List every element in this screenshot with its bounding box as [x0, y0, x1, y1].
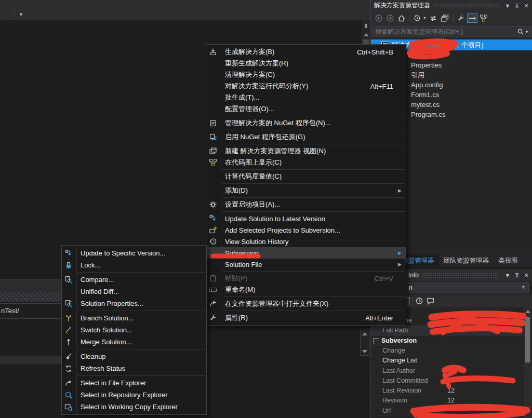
solution-explorer-titlebar[interactable]: 解决方案资源管理器 ▼ ⊼ ✕: [371, 0, 532, 11]
ide-menu-strip: [0, 0, 370, 10]
menu-item-label: 粘贴(P): [225, 274, 354, 283]
menu-item-r[interactable]: 属性(R)Alt+Enter: [206, 312, 406, 323]
menu-item-p[interactable]: 粘贴(P)Ctrl+V: [206, 273, 406, 284]
pin-icon[interactable]: ⊼: [513, 2, 521, 10]
grid-row-revision[interactable]: Revision12: [371, 396, 524, 406]
menu-item-solution-properties[interactable]: Solution Properties...: [62, 298, 206, 309]
menu-item-compare[interactable]: Compare...: [62, 274, 206, 286]
menu-item-update-solution-to-latest-version[interactable]: Update Solution to Latest Version: [206, 213, 406, 224]
nuget-icon: [209, 119, 217, 127]
search-box: ▼: [371, 25, 532, 37]
menu-item-add-selected-projects-to-subversion[interactable]: Add Selected Projects to Subversion...: [206, 224, 406, 236]
menu-item-n[interactable]: 新建 解决方案资源管理器 视图(N): [206, 145, 406, 157]
menu-item-t[interactable]: 批生成(T)...: [206, 92, 406, 103]
tab-item[interactable]: 类视图: [494, 254, 523, 267]
chevron-down-icon[interactable]: ▼: [503, 271, 512, 279]
pin-icon[interactable]: ⊼: [513, 271, 521, 279]
home-icon[interactable]: [396, 14, 407, 23]
scroll-up-icon: [362, 332, 367, 335]
grid-row-last-author[interactable]: Last Author: [371, 366, 524, 376]
menu-item-switch-solution[interactable]: Switch Solution...: [62, 324, 206, 336]
grid-row-full-path[interactable]: Full Path: [371, 326, 524, 335]
menu-item-shortcut: Alt+F11: [370, 83, 393, 90]
rename-icon: [209, 286, 217, 294]
menu-item-update-to-specific-version[interactable]: Update to Specific Version...: [62, 247, 206, 259]
collapse-icon[interactable]: −: [373, 338, 379, 344]
menu-item-subversion[interactable]: Subversion▶: [206, 247, 406, 259]
close-icon[interactable]: ✕: [522, 271, 530, 279]
splitter-grip-icon[interactable]: ⇕: [362, 22, 370, 31]
wc-explorer-icon: [64, 403, 73, 411]
comment-icon[interactable]: [426, 296, 435, 307]
menu-item-branch-solution[interactable]: Branch Solution...: [62, 312, 206, 324]
menu-item-nuget-g[interactable]: 启用 NuGet 程序包还原(G): [206, 131, 406, 143]
menu-item-label: Refresh Status: [81, 365, 194, 372]
tab-item[interactable]: 团队资源管理器: [439, 254, 494, 267]
menu-separator: [222, 130, 405, 130]
combo-value: n: [409, 284, 413, 291]
scroll-up-icon[interactable]: [364, 33, 369, 36]
grid-row-url[interactable]: Url: [371, 406, 524, 416]
compare-icon: [64, 276, 73, 284]
search-input[interactable]: [373, 28, 517, 35]
grid-row-change-list[interactable]: Change List: [371, 356, 524, 366]
menu-item-merge-solution[interactable]: Merge Solution...: [62, 336, 206, 348]
wrench-icon[interactable]: [456, 14, 466, 23]
menu-separator: [222, 197, 405, 198]
menu-item-select-in-working-copy-explorer[interactable]: Select in Working Copy Explorer: [62, 401, 206, 413]
menu-item-b[interactable]: 生成解决方案(B)Ctrl+Shift+B: [206, 46, 406, 58]
menu-item-m[interactable]: 重命名(M): [206, 284, 406, 295]
history-filter-icon[interactable]: [413, 14, 423, 23]
menu-item-cleanup[interactable]: Cleanup: [62, 350, 206, 362]
menu-item-c[interactable]: 在代码图上显示(C): [206, 157, 406, 168]
menu-item-o[interactable]: 配置管理器(O)...: [206, 103, 406, 115]
background-scrollbar: [360, 330, 369, 356]
history-icon[interactable]: [415, 296, 423, 307]
editor-navigation-bar[interactable]: ▼: [0, 10, 370, 20]
grid-row-change[interactable]: Change: [371, 346, 524, 356]
menu-item-label: 管理解决方案的 NuGet 程序包(N)...: [225, 118, 393, 128]
menu-item-a[interactable]: 设置启动项目(A)...: [206, 199, 406, 210]
sync-icon[interactable]: [428, 14, 438, 23]
show-all-files-icon[interactable]: [467, 14, 477, 23]
back-icon[interactable]: [374, 14, 384, 23]
open-folder-icon: [209, 300, 217, 308]
submenu-arrow-icon: ▶: [398, 262, 402, 267]
menu-item-r[interactable]: 重新生成解决方案(R): [206, 58, 406, 69]
collapse-all-icon[interactable]: [440, 14, 450, 23]
menu-item-select-in-repository-explorer[interactable]: Select in Repository Explorer: [62, 389, 206, 401]
code-map-icon[interactable]: [478, 14, 489, 23]
scroll-up-icon[interactable]: [525, 310, 530, 313]
grid-row-subversion[interactable]: −Subversion: [371, 336, 524, 346]
menu-item-d[interactable]: 添加(D)▶: [206, 185, 406, 196]
grid-row-last-revision[interactable]: Last Revision12: [371, 386, 524, 396]
menu-item-refresh-status[interactable]: Refresh Status: [62, 362, 206, 374]
build-icon: [209, 48, 217, 56]
menu-item-nuget-n[interactable]: 管理解决方案的 NuGet 程序包(N)...: [206, 117, 406, 129]
menu-item-label: Update Solution to Latest Version: [225, 215, 393, 223]
chevron-down-icon[interactable]: ▼: [19, 12, 23, 17]
menu-item-select-in-file-explorer[interactable]: Select in File Explorer: [62, 377, 206, 389]
menu-item-c[interactable]: 计算代码度量值(C): [206, 171, 406, 182]
forward-icon[interactable]: [385, 14, 395, 23]
search-icon[interactable]: ▼: [517, 28, 529, 35]
menu-item-shortcut: Alt+Enter: [365, 314, 393, 322]
menu-separator: [222, 271, 405, 272]
menu-item-lock[interactable]: Lock...: [62, 259, 206, 271]
background-window-hatched-row: [0, 292, 61, 302]
panel-title: 解决方案资源管理器: [374, 1, 430, 10]
menu-item-y[interactable]: 对解决方案运行代码分析(Y)Alt+F11: [206, 80, 406, 92]
menu-item-label: Select in Working Copy Explorer: [81, 403, 194, 411]
grid-scrollbar[interactable]: [524, 307, 531, 418]
chevron-down-icon[interactable]: ▼: [503, 2, 512, 10]
grid-row-last-committed[interactable]: Last Committed: [371, 376, 524, 386]
menu-item-c[interactable]: 清理解决方案(C): [206, 69, 406, 80]
menu-item-solution-file[interactable]: Solution File▶: [206, 259, 406, 270]
close-icon[interactable]: ✕: [522, 2, 530, 10]
chevron-down-icon[interactable]: ▼: [423, 16, 427, 20]
menu-item-unified-diff[interactable]: Unified Diff...: [62, 286, 206, 298]
menu-item-label: 配置管理器(O)...: [225, 104, 393, 114]
menu-item-view-solution-history[interactable]: View Solution History: [206, 236, 406, 247]
scrollbar-thumb[interactable]: [525, 317, 530, 362]
menu-item-x[interactable]: 在文件资源管理器中打开文件夹(X): [206, 298, 406, 309]
